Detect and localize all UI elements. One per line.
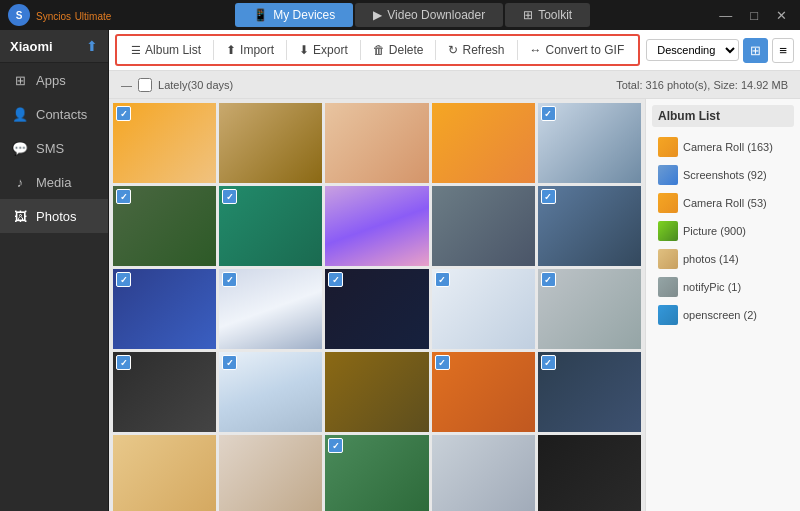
photo-checkbox[interactable] xyxy=(116,106,131,121)
photo-row-4 xyxy=(113,352,641,432)
devices-icon: 📱 xyxy=(253,8,268,22)
refresh-icon: ↻ xyxy=(448,43,458,57)
contacts-icon: 👤 xyxy=(12,106,28,122)
album-thumb xyxy=(658,277,678,297)
album-thumb xyxy=(658,165,678,185)
separator-4 xyxy=(435,40,436,60)
import-icon: ⬆ xyxy=(226,43,236,57)
sidebar-item-photos[interactable]: 🖼 Photos xyxy=(0,199,108,233)
photo-checkbox[interactable] xyxy=(116,355,131,370)
photo-checkbox[interactable] xyxy=(222,272,237,287)
photo-checkbox[interactable] xyxy=(541,106,556,121)
export-button[interactable]: ⬇ Export xyxy=(291,38,356,62)
sidebar-item-sms[interactable]: 💬 SMS xyxy=(0,131,108,165)
tab-my-devices[interactable]: 📱 My Devices xyxy=(235,3,353,27)
list-view-button[interactable]: ≡ xyxy=(772,38,794,63)
album-item-camera-roll-163[interactable]: Camera Roll (163) xyxy=(652,133,794,161)
filter-bar: — Lately(30 days) Total: 316 photo(s), S… xyxy=(109,71,800,99)
sms-icon: 💬 xyxy=(12,140,28,156)
grid-view-button[interactable]: ⊞ xyxy=(743,38,768,63)
photo-checkbox[interactable] xyxy=(541,189,556,204)
photo-cell[interactable] xyxy=(113,103,216,183)
contacts-label: Contacts xyxy=(36,107,87,122)
photo-row-3 xyxy=(113,269,641,349)
photo-cell[interactable] xyxy=(113,186,216,266)
photo-cell[interactable] xyxy=(325,352,428,432)
album-list-icon: ☰ xyxy=(131,44,141,57)
sidebar-item-apps[interactable]: ⊞ Apps xyxy=(0,63,108,97)
album-name: photos (14) xyxy=(683,253,788,265)
photo-cell[interactable] xyxy=(219,103,322,183)
photo-cell[interactable] xyxy=(113,269,216,349)
total-label: Total: 316 photo(s), Size: 14.92 MB xyxy=(616,79,788,91)
sort-select[interactable]: Descending Ascending xyxy=(646,39,739,61)
sidebar-item-media[interactable]: ♪ Media xyxy=(0,165,108,199)
photo-cell[interactable] xyxy=(432,435,535,511)
grid-icon: ⊞ xyxy=(523,8,533,22)
photo-cell[interactable] xyxy=(219,186,322,266)
album-item-notifypic[interactable]: notifyPic (1) xyxy=(652,273,794,301)
play-icon: ▶ xyxy=(373,8,382,22)
album-list-button[interactable]: ☰ Album List xyxy=(123,38,209,62)
album-thumb xyxy=(658,221,678,241)
import-button[interactable]: ⬆ Import xyxy=(218,38,282,62)
maximize-button[interactable]: □ xyxy=(745,6,763,25)
delete-button[interactable]: 🗑 Delete xyxy=(365,38,432,62)
refresh-button[interactable]: ↻ Refresh xyxy=(440,38,512,62)
album-item-picture[interactable]: Picture (900) xyxy=(652,217,794,245)
photo-grid xyxy=(109,99,645,511)
photo-checkbox[interactable] xyxy=(328,272,343,287)
photo-cell[interactable] xyxy=(325,186,428,266)
title-bar: S Syncios Ultimate 📱 My Devices ▶ Video … xyxy=(0,0,800,30)
album-item-screenshots[interactable]: Screenshots (92) xyxy=(652,161,794,189)
photo-cell[interactable] xyxy=(219,352,322,432)
photo-checkbox[interactable] xyxy=(328,438,343,453)
photo-cell[interactable] xyxy=(113,352,216,432)
window-controls: — □ ✕ xyxy=(714,6,792,25)
album-name: Screenshots (92) xyxy=(683,169,788,181)
tab-video-downloader[interactable]: ▶ Video Downloader xyxy=(355,3,503,27)
album-item-photos[interactable]: photos (14) xyxy=(652,245,794,273)
album-item-openscreen[interactable]: openscreen (2) xyxy=(652,301,794,329)
toolbar-container: ☰ Album List ⬆ Import ⬇ Export 🗑 Delete xyxy=(109,30,800,71)
photo-checkbox[interactable] xyxy=(222,355,237,370)
album-name: Picture (900) xyxy=(683,225,788,237)
photo-cell[interactable] xyxy=(538,269,641,349)
export-icon: ⬇ xyxy=(299,43,309,57)
photo-checkbox[interactable] xyxy=(116,272,131,287)
photo-checkbox[interactable] xyxy=(541,355,556,370)
photo-cell[interactable] xyxy=(432,103,535,183)
photo-cell[interactable] xyxy=(538,186,641,266)
photo-cell[interactable] xyxy=(432,352,535,432)
filter-checkbox[interactable] xyxy=(138,78,152,92)
sidebar-item-contacts[interactable]: 👤 Contacts xyxy=(0,97,108,131)
photo-cell[interactable] xyxy=(538,352,641,432)
close-button[interactable]: ✕ xyxy=(771,6,792,25)
photo-cell[interactable] xyxy=(432,186,535,266)
main-layout: Xiaomi ⬆ ⊞ Apps 👤 Contacts 💬 SMS ♪ Media… xyxy=(0,30,800,511)
photo-cell[interactable] xyxy=(325,103,428,183)
photo-cell[interactable] xyxy=(113,435,216,511)
photo-cell[interactable] xyxy=(219,435,322,511)
separator xyxy=(213,40,214,60)
photo-checkbox[interactable] xyxy=(541,272,556,287)
convert-gif-button[interactable]: ↔ Convert to GIF xyxy=(522,38,633,62)
photo-cell[interactable] xyxy=(219,269,322,349)
tab-toolkit[interactable]: ⊞ Toolkit xyxy=(505,3,590,27)
sync-icon: ⬆ xyxy=(86,38,98,54)
photo-row-2 xyxy=(113,186,641,266)
photo-cell[interactable] xyxy=(538,103,641,183)
photo-cell[interactable] xyxy=(325,435,428,511)
photo-checkbox[interactable] xyxy=(116,189,131,204)
photo-checkbox[interactable] xyxy=(435,355,450,370)
album-thumb xyxy=(658,193,678,213)
minimize-button[interactable]: — xyxy=(714,6,737,25)
photo-cell[interactable] xyxy=(325,269,428,349)
album-item-camera-roll-53[interactable]: Camera Roll (53) xyxy=(652,189,794,217)
album-name: notifyPic (1) xyxy=(683,281,788,293)
photo-cell[interactable] xyxy=(538,435,641,511)
photo-checkbox[interactable] xyxy=(435,272,450,287)
photo-checkbox[interactable] xyxy=(222,189,237,204)
right-panel: Album List Camera Roll (163) Screenshots… xyxy=(645,99,800,511)
photo-cell[interactable] xyxy=(432,269,535,349)
